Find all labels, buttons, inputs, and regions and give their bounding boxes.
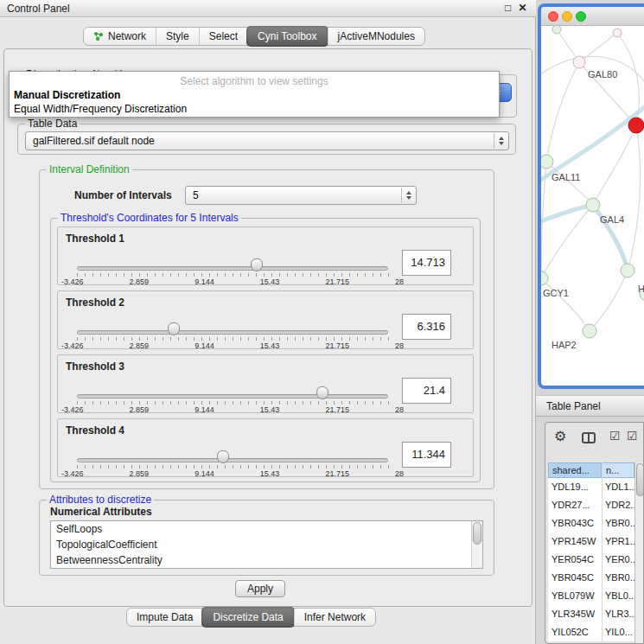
threshold-4-slider-thumb[interactable] (217, 450, 229, 463)
table-row[interactable]: YDR27... YDR2... (548, 496, 634, 514)
deselect-all-check-icon[interactable]: ☑ (627, 429, 638, 443)
table-settings-gear-icon[interactable]: ⚙ (554, 428, 566, 444)
cell-shared-name[interactable]: YER054C (548, 551, 602, 568)
network-node[interactable] (552, 26, 561, 34)
tab-cyni-toolbox[interactable]: Cyni Toolbox (246, 26, 328, 47)
tab-style-label: Style (166, 30, 189, 42)
table-row[interactable]: YIL052C YIL0... (548, 623, 634, 641)
tab-discretize-data[interactable]: Discretize Data (201, 607, 294, 628)
table-row[interactable]: YBR045C YBR0... (548, 569, 634, 587)
table-row[interactable]: YBR043C YBR0... (548, 514, 634, 532)
tab-infer-network[interactable]: Infer Network (294, 609, 375, 626)
tab-jactivemnodules-label: jActiveMNodules (338, 30, 415, 42)
scale-label: 28 (395, 277, 404, 286)
scale-label: 9.144 (194, 469, 214, 478)
close-panel-icon[interactable]: ✕ (516, 2, 529, 15)
cell-shared-name[interactable]: YPR145W (548, 532, 602, 550)
cell-shared-name[interactable]: YBL079W (548, 587, 602, 604)
scale-label: 2.859 (130, 469, 150, 478)
tab-style[interactable]: Style (156, 28, 199, 45)
table-row[interactable]: YBL079W YBL0... (548, 587, 634, 605)
minimize-traffic-light-icon[interactable] (562, 11, 572, 22)
network-node-gal11[interactable] (541, 155, 553, 169)
threshold-4-slider-track[interactable] (77, 458, 388, 462)
threshold-1-value-field[interactable]: 14.713 (402, 250, 451, 276)
cell-name[interactable]: YBR0... (603, 514, 634, 532)
scale-label: 21.715 (325, 405, 349, 414)
number-of-intervals-value: 5 (193, 189, 199, 201)
dropdown-option-manual-discretization[interactable]: Manual Discretization (14, 89, 120, 101)
column-selector-icon[interactable] (582, 432, 596, 443)
list-item-betweennesscentrality[interactable]: BetweennessCentrality (51, 552, 482, 568)
threshold-1-slider-thumb[interactable] (251, 258, 263, 271)
table-row[interactable]: YDL19... YDL1... (548, 478, 634, 496)
cell-shared-name[interactable]: YDR27... (548, 496, 602, 513)
table-scrollbar[interactable] (634, 462, 644, 644)
cell-name[interactable]: YBL0... (603, 587, 634, 604)
cell-name[interactable]: YDR2... (603, 496, 634, 513)
table-row[interactable]: YLR345W YLR3... (548, 605, 634, 623)
dropdown-option-equal-width[interactable]: Equal Width/Frequency Discretization (14, 103, 187, 115)
table-row[interactable]: YER054C YER0... (548, 551, 634, 569)
threshold-4-panel: Threshold 4 11.344 -3.426 2.859 9.144 15… (57, 418, 474, 477)
cell-shared-name[interactable]: YBR045C (548, 569, 602, 586)
threshold-2-slider-track[interactable] (77, 330, 388, 335)
dropdown-prompt: Select algorithm to view settings (10, 75, 499, 87)
tab-select[interactable]: Select (199, 28, 247, 45)
threshold-3-slider-track[interactable] (77, 394, 388, 399)
scale-label: -3.426 (61, 469, 84, 478)
threshold-2-slider-thumb[interactable] (168, 322, 180, 335)
cell-shared-name[interactable]: YBR043C (548, 514, 602, 532)
number-of-intervals-combo[interactable]: 5 (185, 186, 417, 205)
column-header-shared-name[interactable]: shared... (548, 462, 602, 478)
select-all-check-icon[interactable]: ☑ (609, 429, 621, 443)
table-data-combo[interactable]: galFiltered.sif default node (25, 131, 509, 150)
close-traffic-light-icon[interactable] (548, 11, 558, 22)
tab-network[interactable]: Network (84, 28, 156, 45)
network-node[interactable] (613, 29, 622, 37)
zoom-traffic-light-icon[interactable] (576, 11, 586, 22)
network-node-gcy1[interactable] (541, 271, 548, 285)
cell-shared-name[interactable]: YDL19... (548, 478, 602, 495)
threshold-3-slider-thumb[interactable] (316, 386, 328, 399)
threshold-2-label: Threshold 2 (66, 296, 124, 309)
node-label-gal80: GAL80 (588, 69, 617, 80)
network-node-gal4[interactable] (586, 198, 600, 212)
scrollbar-thumb[interactable] (473, 522, 481, 545)
network-node-selected-red[interactable] (628, 118, 644, 133)
network-node-hap2[interactable] (583, 324, 596, 338)
scale-label: 21.715 (325, 277, 349, 286)
attributes-scrollbar[interactable] (471, 521, 482, 568)
control-panel-titlebar: Control Panel □ ✕ (0, 0, 536, 17)
cell-shared-name[interactable]: YLR345W (548, 605, 602, 622)
cell-shared-name[interactable]: YIL052C (548, 623, 602, 641)
bottom-tab-bar: Impute Data Discretize Data Infer Networ… (126, 608, 376, 627)
list-item-topologicalcoefficient[interactable]: TopologicalCoefficient (51, 537, 482, 552)
network-window-titlebar[interactable] (541, 7, 644, 26)
scale-label: 21.715 (325, 469, 349, 478)
apply-button[interactable]: Apply (235, 580, 285, 597)
cell-name[interactable]: YIL0... (603, 623, 634, 641)
column-header-name[interactable]: n... (602, 462, 634, 478)
table-row[interactable]: YPR145W YPR1... (548, 532, 634, 551)
numerical-attributes-label: Numerical Attributes (50, 506, 152, 518)
cell-name[interactable]: YPR1... (603, 532, 634, 550)
threshold-4-label: Threshold 4 (66, 424, 124, 437)
scrollbar-thumb[interactable] (636, 463, 644, 496)
threshold-3-value-field[interactable]: 21.4 (402, 378, 451, 404)
threshold-2-value-field[interactable]: 6.316 (402, 314, 451, 340)
cell-name[interactable]: YBR0... (603, 569, 634, 586)
network-canvas[interactable]: GAL80 GAL11 GAL4 GCY1 HAP2 H (541, 26, 644, 386)
network-node[interactable] (621, 264, 634, 277)
threshold-4-value-field[interactable]: 11.344 (402, 442, 451, 468)
cell-name[interactable]: YDL1... (603, 478, 634, 495)
threshold-1-slider-track[interactable] (77, 266, 388, 271)
tab-impute-data[interactable]: Impute Data (127, 609, 202, 626)
tab-jactivemnodules[interactable]: jActiveMNodules (328, 28, 424, 45)
cell-name[interactable]: YER0... (603, 551, 634, 568)
threshold-1-label: Threshold 1 (66, 233, 124, 245)
network-node-gal80[interactable] (573, 56, 585, 68)
cell-name[interactable]: YLR3... (603, 605, 634, 622)
list-item-selfloops[interactable]: SelfLoops (51, 521, 482, 537)
float-window-icon[interactable]: □ (501, 2, 514, 15)
